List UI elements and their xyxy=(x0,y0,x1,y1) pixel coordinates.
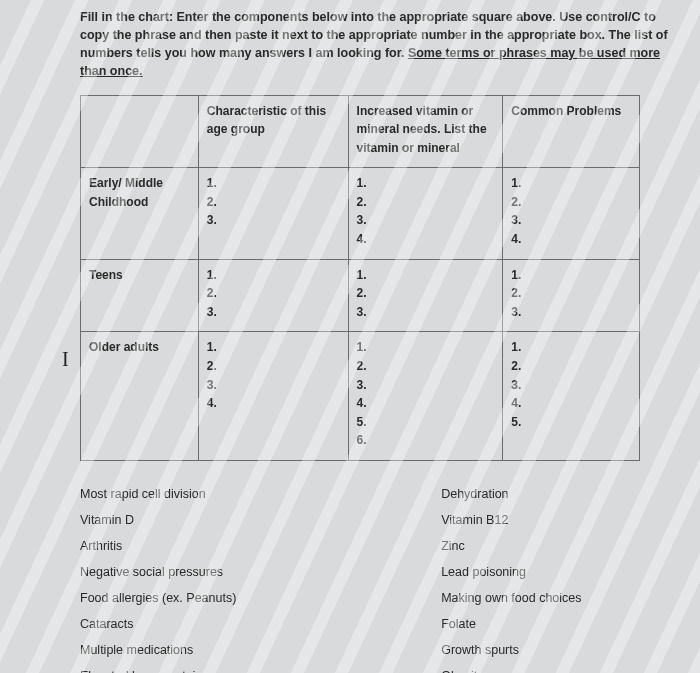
term-item[interactable]: Dehydration xyxy=(441,487,581,501)
header-characteristic: Characteristic of this age group xyxy=(198,95,348,168)
num-item: 1. xyxy=(511,174,631,193)
row-label: Teens xyxy=(81,259,199,332)
num-item: 2. xyxy=(207,357,340,376)
instructions-block: Fill in the chart: Enter the components … xyxy=(80,8,670,81)
num-item: 4. xyxy=(357,394,495,413)
num-item: 2. xyxy=(357,284,495,303)
row-label: Early/ Middle Childhood xyxy=(81,168,199,259)
row-label: Older adults xyxy=(81,332,199,461)
term-item[interactable]: Food allergies (ex. Peanuts) xyxy=(80,591,371,605)
term-item[interactable]: Obesity xyxy=(441,669,581,673)
num-item: 2. xyxy=(357,357,495,376)
term-item[interactable]: Growth spurts xyxy=(441,643,581,657)
cell-problems[interactable]: 1. 2. 3. 4. 5. xyxy=(503,332,640,461)
worksheet-page: Fill in the chart: Enter the components … xyxy=(0,0,700,673)
header-problems: Common Problems xyxy=(503,95,640,168)
num-item: 3. xyxy=(357,376,495,395)
text-cursor-icon: I xyxy=(62,348,69,371)
num-item: 2. xyxy=(207,193,340,212)
worksheet-table: Characteristic of this age group Increas… xyxy=(80,95,640,462)
instructions-line3: numbers tells you how many answers I am … xyxy=(80,46,404,60)
num-item: 2. xyxy=(511,357,631,376)
terms-block: Most rapid cell division Vitamin D Arthr… xyxy=(80,487,670,673)
num-item: 4. xyxy=(511,394,631,413)
num-item: 2. xyxy=(207,284,340,303)
num-item: 6. xyxy=(357,431,495,450)
header-needs: Increased vitamin or mineral needs. List… xyxy=(348,95,503,168)
term-item[interactable]: Cataracts xyxy=(80,617,371,631)
cell-characteristic[interactable]: 1. 2. 3. 4. xyxy=(198,332,348,461)
num-item: 1. xyxy=(511,266,631,285)
cell-problems[interactable]: 1. 2. 3. 4. xyxy=(503,168,640,259)
instructions-line1: Fill in the chart: Enter the components … xyxy=(80,10,656,24)
num-item: 3. xyxy=(207,211,340,230)
num-item: 3. xyxy=(357,303,495,322)
num-item: 3. xyxy=(511,211,631,230)
table-row: Teens 1. 2. 3. 1. 2. 3. 1. 2. 3. xyxy=(81,259,640,332)
cell-characteristic[interactable]: 1. 2. 3. xyxy=(198,168,348,259)
num-item: 2. xyxy=(357,193,495,212)
term-item[interactable]: Elevated homocysteine xyxy=(80,669,371,673)
table-header-row: Characteristic of this age group Increas… xyxy=(81,95,640,168)
num-item: 5. xyxy=(357,413,495,432)
cell-problems[interactable]: 1. 2. 3. xyxy=(503,259,640,332)
term-item[interactable]: Lead poisoning xyxy=(441,565,581,579)
num-item: 2. xyxy=(511,193,631,212)
term-item[interactable]: Folate xyxy=(441,617,581,631)
term-item[interactable]: Vitamin B12 xyxy=(441,513,581,527)
table-row: Early/ Middle Childhood 1. 2. 3. 1. 2. 3… xyxy=(81,168,640,259)
num-item: 1. xyxy=(357,266,495,285)
terms-left-column: Most rapid cell division Vitamin D Arthr… xyxy=(80,487,371,673)
term-item[interactable]: Arthritis xyxy=(80,539,371,553)
cell-needs[interactable]: 1. 2. 3. 4. 5. 6. xyxy=(348,332,503,461)
num-item: 3. xyxy=(357,211,495,230)
term-item[interactable]: Zinc xyxy=(441,539,581,553)
terms-right-column: Dehydration Vitamin B12 Zinc Lead poison… xyxy=(441,487,581,673)
num-item: 1. xyxy=(207,338,340,357)
num-item: 5. xyxy=(511,413,631,432)
term-item[interactable]: Making own food choices xyxy=(441,591,581,605)
table-body: Early/ Middle Childhood 1. 2. 3. 1. 2. 3… xyxy=(81,168,640,461)
num-item: 3. xyxy=(207,376,340,395)
num-item: 3. xyxy=(511,376,631,395)
num-item: 1. xyxy=(207,174,340,193)
table-row: Older adults 1. 2. 3. 4. 1. 2. 3. 4. 5. … xyxy=(81,332,640,461)
header-empty xyxy=(81,95,199,168)
term-item[interactable]: Most rapid cell division xyxy=(80,487,371,501)
num-item: 1. xyxy=(207,266,340,285)
term-item[interactable]: Vitamin D xyxy=(80,513,371,527)
cell-needs[interactable]: 1. 2. 3. 4. xyxy=(348,168,503,259)
num-item: 3. xyxy=(511,303,631,322)
num-item: 4. xyxy=(357,230,495,249)
cell-characteristic[interactable]: 1. 2. 3. xyxy=(198,259,348,332)
instructions-line2: copy the phrase and then paste it next t… xyxy=(80,28,668,42)
term-item[interactable]: Negative social pressures xyxy=(80,565,371,579)
num-item: 1. xyxy=(357,174,495,193)
term-item[interactable]: Multiple medications xyxy=(80,643,371,657)
num-item: 3. xyxy=(207,303,340,322)
num-item: 2. xyxy=(511,284,631,303)
num-item: 1. xyxy=(511,338,631,357)
cell-needs[interactable]: 1. 2. 3. xyxy=(348,259,503,332)
num-item: 1. xyxy=(357,338,495,357)
num-item: 4. xyxy=(511,230,631,249)
num-item: 4. xyxy=(207,394,340,413)
